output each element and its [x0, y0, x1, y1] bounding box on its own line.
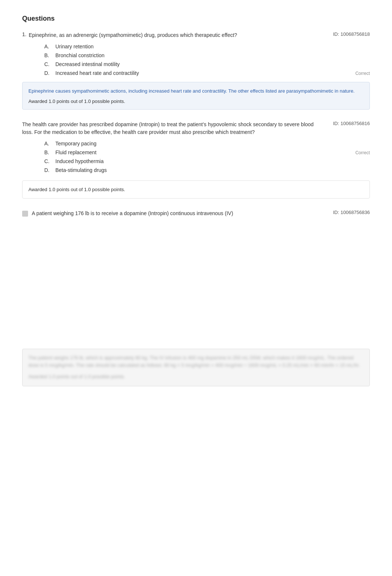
question-3-header: A patient weighing 176 lb is to receive …: [22, 210, 370, 217]
choice-2b-letter: B.: [44, 149, 55, 155]
choice-1d: D. Increased heart rate and contractilit…: [44, 70, 370, 76]
choice-1b: B. Bronchial constriction: [44, 52, 370, 58]
page-title: Questions: [22, 15, 370, 23]
question-1-text: Epinephrine, as an adrenergic (sympathom…: [29, 31, 245, 39]
question-3-id: ID: 10068756836: [333, 210, 370, 215]
question-2-text: The health care provider has prescribed …: [22, 121, 333, 136]
choice-2d-text: Beta-stimulating drugs: [55, 167, 370, 173]
choice-2c-letter: C.: [44, 158, 55, 164]
choice-1c: C. Decreased intestinal motility: [44, 61, 370, 67]
choice-2d: D. Beta-stimulating drugs: [44, 167, 370, 173]
question-3-points-blurred: Awarded 1.0 points out of 1.0 possible p…: [28, 373, 364, 381]
question-3: A patient weighing 176 lb is to receive …: [22, 210, 370, 386]
question-2-feedback-box: Awarded 1.0 points out of 1.0 possible p…: [22, 180, 370, 199]
choice-2c-text: Induced hypothermia: [55, 158, 370, 164]
choice-2a-text: Temporary pacing: [55, 141, 370, 146]
choice-2b: B. Fluid replacement Correct: [44, 149, 370, 155]
question-3-feedback-blurred: The patient weighs 176 lb, which is appr…: [28, 354, 364, 370]
choice-2b-correct-badge: Correct: [355, 150, 370, 155]
question-1: 1. Epinephrine, as an adrenergic (sympat…: [22, 31, 370, 110]
choice-2a: A. Temporary pacing: [44, 141, 370, 146]
choice-1b-text: Bronchial constriction: [55, 52, 370, 58]
choice-2b-text: Fluid replacement: [55, 149, 351, 155]
question-3-blurred-feedback: The patient weighs 176 lb, which is appr…: [22, 349, 370, 386]
choice-1a-text: Urinary retention: [55, 44, 370, 49]
question-1-id: ID: 10068756818: [333, 31, 370, 37]
question-3-spacer: [22, 217, 370, 343]
question-1-header: 1. Epinephrine, as an adrenergic (sympat…: [22, 31, 370, 39]
question-1-choices: A. Urinary retention B. Bronchial constr…: [44, 44, 370, 76]
question-2: The health care provider has prescribed …: [22, 121, 370, 199]
choice-1d-letter: D.: [44, 70, 55, 76]
choice-1a: A. Urinary retention: [44, 44, 370, 49]
choice-2c: C. Induced hypothermia: [44, 158, 370, 164]
question-3-indicator: [22, 211, 28, 217]
choice-2a-letter: A.: [44, 141, 55, 146]
question-1-text-wrapper: 1. Epinephrine, as an adrenergic (sympat…: [22, 31, 244, 39]
question-2-header: The health care provider has prescribed …: [22, 121, 370, 136]
question-1-number: 1.: [22, 31, 27, 37]
question-2-points: Awarded 1.0 points out of 1.0 possible p…: [28, 187, 364, 192]
question-1-feedback-box: Epinephrine causes sympathomimetic actio…: [22, 82, 370, 110]
choice-1d-text: Increased heart rate and contractility: [55, 70, 351, 76]
choice-1b-letter: B.: [44, 52, 55, 58]
question-3-text: A patient weighing 176 lb is to receive …: [32, 210, 333, 217]
question-3-left: A patient weighing 176 lb is to receive …: [22, 210, 333, 217]
question-1-points: Awarded 1.0 points out of 1.0 possible p…: [28, 99, 364, 104]
choice-1a-letter: A.: [44, 44, 55, 49]
question-2-id: ID: 10068756816: [333, 121, 370, 126]
page-title-section: Questions: [22, 15, 370, 23]
choice-2d-letter: D.: [44, 167, 55, 173]
choice-1c-letter: C.: [44, 61, 55, 67]
choice-1c-text: Decreased intestinal motility: [55, 61, 370, 67]
question-1-feedback-text: Epinephrine causes sympathomimetic actio…: [28, 87, 364, 95]
question-2-choices: A. Temporary pacing B. Fluid replacement…: [44, 141, 370, 173]
choice-1d-correct-badge: Correct: [355, 71, 370, 76]
